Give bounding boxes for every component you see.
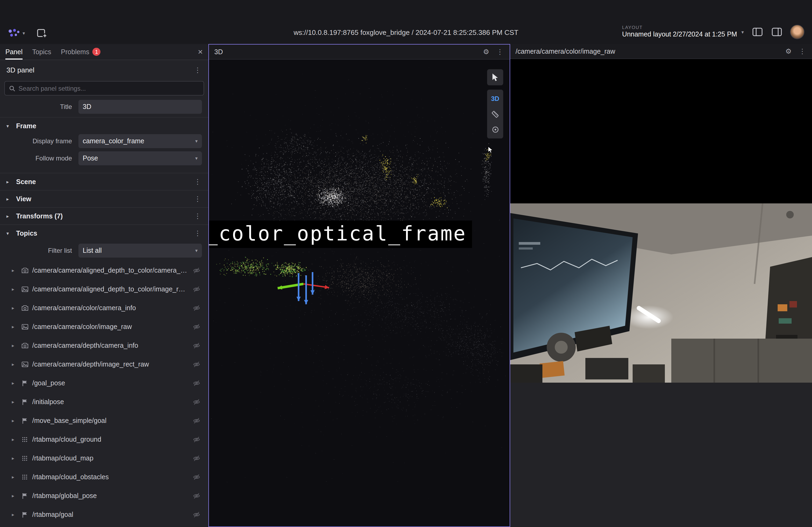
topic-row[interactable]: ▸ /camera/camera/color/camera_info (0, 298, 208, 317)
topic-row[interactable]: ▸ /rtabmap/cloud_obstacles (0, 467, 208, 486)
3d-panel-header[interactable]: 3D ⚙ ⋮ (209, 45, 510, 60)
section-frame[interactable]: ▾ Frame (0, 117, 208, 134)
publish-point-button[interactable] (487, 122, 503, 137)
tab-topics[interactable]: Topics (32, 44, 51, 60)
topic-row[interactable]: ▸ /camera/camera/aligned_depth_to_color/… (0, 261, 208, 280)
image-panel-header[interactable]: /camera/camera/color/image_raw ⚙ ⋮ (510, 44, 812, 59)
expand-caret-icon[interactable]: ▸ (12, 474, 17, 480)
expand-caret-icon[interactable]: ▸ (12, 437, 17, 442)
topic-row[interactable]: ▸ /rtabmap/cloud_map (0, 449, 208, 467)
search-input[interactable] (18, 85, 199, 92)
left-sidebar-icon (752, 27, 762, 36)
topic-row[interactable]: ▸ /goal_pose (0, 374, 208, 392)
panel-settings-search[interactable] (4, 81, 204, 95)
image-panel: /camera/camera/color/image_raw ⚙ ⋮ (510, 44, 812, 527)
expand-caret-icon[interactable]: ▸ (12, 380, 17, 386)
gear-icon[interactable]: ⚙ (785, 47, 792, 55)
3d-viewport[interactable]: _color_optical_frame 3D (209, 60, 510, 526)
caret-right-icon: ▸ (6, 213, 12, 219)
expand-caret-icon[interactable]: ▸ (12, 343, 17, 348)
section-transforms[interactable]: ▸ Transforms (7) ⋮ (0, 207, 208, 224)
visibility-off-icon[interactable] (192, 491, 201, 500)
panel-menu-icon[interactable]: ⋮ (798, 47, 807, 55)
topic-row[interactable]: ▸ /camera/camera/aligned_depth_to_color/… (0, 280, 208, 298)
topic-row[interactable]: ▸ /rtabmap/global_pose (0, 486, 208, 505)
section-menu-icon[interactable]: ⋮ (193, 229, 202, 237)
section-menu-icon[interactable]: ⋮ (193, 212, 202, 220)
3d-panel: 3D ⚙ ⋮ _color_optical_frame (208, 44, 510, 527)
measure-tool-button[interactable] (487, 106, 503, 122)
topic-name: /rtabmap/goal (32, 511, 188, 518)
section-menu-icon[interactable]: ⋮ (193, 178, 202, 186)
expand-caret-icon[interactable]: ▸ (12, 268, 17, 273)
visibility-off-icon[interactable] (192, 360, 201, 368)
layout-selector[interactable]: LAYOUT Unnamed layout 2/27/2024 at 1:25 … (622, 25, 744, 39)
expand-caret-icon[interactable]: ▸ (12, 286, 17, 292)
visibility-off-icon[interactable] (192, 303, 201, 312)
filter-list-select[interactable]: List all ▾ (78, 244, 202, 258)
expand-caret-icon[interactable]: ▸ (12, 361, 17, 367)
title-field[interactable] (78, 100, 202, 114)
add-panel-button[interactable] (36, 27, 47, 39)
topic-row[interactable]: ▸ /camera/camera/depth/image_rect_raw (0, 355, 208, 374)
visibility-off-icon[interactable] (192, 379, 201, 387)
topic-row[interactable]: ▸ /rtabmap/goal (0, 505, 208, 524)
section-view[interactable]: ▸ View ⋮ (0, 190, 208, 207)
expand-caret-icon[interactable]: ▸ (12, 493, 17, 498)
section-menu-icon[interactable]: ⋮ (193, 195, 202, 203)
flag-icon (21, 398, 28, 405)
tab-panel[interactable]: Panel (5, 44, 23, 60)
expand-caret-icon[interactable]: ▸ (12, 305, 17, 311)
settings-sidebar: Panel Topics Problems 1 ✕ 3D panel ⋮ (0, 44, 208, 527)
topic-row[interactable]: ▸ /rtabmap/cloud_ground (0, 430, 208, 449)
mouse-cursor-icon (488, 147, 494, 153)
follow-mode-label: Follow mode (0, 154, 78, 162)
close-sidebar-icon[interactable]: ✕ (198, 48, 203, 56)
user-avatar[interactable] (790, 25, 804, 39)
panel-menu-icon[interactable]: ⋮ (496, 48, 504, 56)
display-frame-select[interactable]: camera_color_frame ▾ (78, 134, 202, 148)
topic-name: /move_base_simple/goal (32, 417, 188, 424)
top-bar: ▾ ws://10.0.8.197:8765 foxglove_bridge /… (0, 0, 812, 44)
visibility-off-icon[interactable] (192, 435, 201, 443)
tab-problems[interactable]: Problems 1 (61, 44, 101, 60)
visibility-off-icon[interactable] (192, 454, 201, 462)
topic-name: /camera/camera/aligned_depth_to_color/im… (32, 285, 188, 293)
flag-icon (21, 417, 28, 424)
expand-caret-icon[interactable]: ▸ (12, 399, 17, 404)
topic-row[interactable]: ▸ /camera/camera/depth/camera_info (0, 336, 208, 355)
caret-down-icon: ▾ (6, 230, 12, 236)
topic-row[interactable]: ▸ /move_base_simple/goal (0, 411, 208, 430)
topic-row[interactable]: ▸ /initialpose (0, 392, 208, 411)
expand-caret-icon[interactable]: ▸ (12, 512, 17, 517)
visibility-off-icon[interactable] (192, 510, 201, 519)
camera-mode-button[interactable]: 3D (487, 91, 503, 106)
image-viewport[interactable] (510, 59, 812, 527)
title-input[interactable] (83, 103, 198, 110)
expand-caret-icon[interactable]: ▸ (12, 324, 17, 329)
visibility-off-icon[interactable] (192, 322, 201, 331)
app-menu-button[interactable]: ▾ (8, 28, 25, 38)
visibility-off-icon[interactable] (192, 416, 201, 425)
visibility-off-icon[interactable] (192, 397, 201, 406)
panel-settings-menu-icon[interactable]: ⋮ (193, 66, 202, 74)
visibility-off-icon[interactable] (192, 266, 201, 274)
visibility-off-icon[interactable] (192, 472, 201, 481)
visibility-off-icon[interactable] (192, 341, 201, 350)
cursor-arrow-icon (492, 73, 499, 81)
expand-caret-icon[interactable]: ▸ (12, 418, 17, 423)
select-tool-button[interactable] (487, 69, 503, 85)
tab-problems-label: Problems (61, 48, 89, 56)
follow-mode-select[interactable]: Pose ▾ (78, 151, 202, 165)
right-sidebar-icon (771, 27, 782, 36)
gear-icon[interactable]: ⚙ (483, 48, 489, 56)
expand-caret-icon[interactable]: ▸ (12, 455, 17, 461)
section-topics[interactable]: ▾ Topics ⋮ (0, 224, 208, 241)
topic-name: /camera/camera/color/camera_info (32, 304, 188, 312)
visibility-off-icon[interactable] (192, 285, 201, 293)
section-scene[interactable]: ▸ Scene ⋮ (0, 173, 208, 190)
pointcloud-canvas[interactable] (209, 60, 509, 526)
toggle-right-sidebar-button[interactable] (771, 26, 782, 38)
toggle-left-sidebar-button[interactable] (751, 26, 763, 38)
topic-row[interactable]: ▸ /camera/camera/color/image_raw (0, 317, 208, 336)
